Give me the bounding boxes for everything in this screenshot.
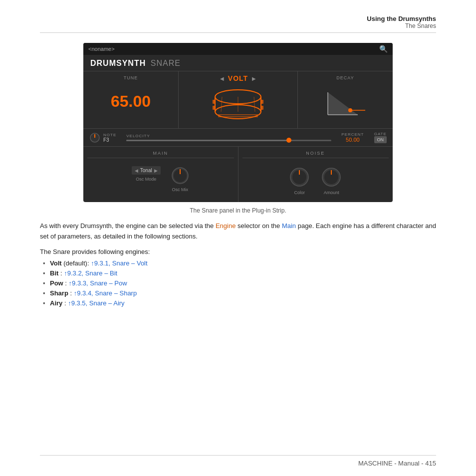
volt-prev-arrow[interactable]: ◀	[220, 76, 224, 81]
panel-bottom-row: NOTE F3 VELOCITY PERCENT 50.00 GATE ON	[83, 129, 393, 147]
engine-link-airy[interactable]: ↑9.3.5, Snare – Airy	[68, 299, 124, 307]
svg-rect-9	[260, 106, 263, 110]
amount-label: Amount	[324, 190, 339, 195]
note-labels: NOTE F3	[103, 133, 116, 143]
svg-line-10	[221, 97, 222, 112]
main-knob-row: ◀ Tonal ▶ Osc Mode Osc Mix	[87, 163, 234, 195]
list-item: Volt (default): ↑9.3.1, Snare – Volt	[50, 259, 436, 267]
svg-rect-7	[213, 106, 216, 110]
volt-header: ◀ VOLT ▶	[220, 71, 256, 83]
gate-button[interactable]: ON	[374, 136, 387, 143]
main-label: MAIN	[87, 151, 234, 158]
osc-mode-next[interactable]: ▶	[154, 168, 158, 173]
main-section: MAIN ◀ Tonal ▶ Osc Mode	[83, 147, 238, 202]
body-paragraph: As with every Drumsynth, the engine can …	[40, 221, 436, 242]
osc-mix-knob[interactable]	[171, 166, 190, 185]
engine-name-sharp: Sharp	[50, 289, 68, 297]
noise-knob-row: Color Amount	[242, 163, 389, 198]
main-link[interactable]: Main	[282, 222, 296, 230]
osc-mode-value: Tonal	[140, 168, 152, 173]
volt-label: VOLT	[228, 74, 248, 82]
panel-title-light: SNARE	[151, 59, 181, 67]
engine-name-bit: Bit	[50, 269, 58, 277]
engine-name-pow: Pow	[50, 279, 63, 287]
volt-section: ◀ VOLT ▶	[179, 71, 298, 128]
list-item: Airy : ↑9.3.5, Snare – Airy	[50, 299, 436, 307]
panel-noname-label: <noname>	[88, 46, 115, 52]
list-item: Bit : ↑9.3.2, Snare – Bit	[50, 269, 436, 277]
engine-list: Volt (default): ↑9.3.1, Snare – Volt Bit…	[40, 259, 436, 307]
engine-link-sharp[interactable]: ↑9.3.4, Snare – Sharp	[74, 289, 137, 297]
engine-link-volt[interactable]: ↑9.3.1, Snare – Volt	[91, 259, 147, 267]
velocity-section: VELOCITY	[126, 134, 331, 141]
decay-label: DECAY	[336, 75, 354, 80]
svg-line-12	[254, 97, 255, 112]
engines-intro: The Snare provides following engines:	[40, 248, 436, 255]
engine-suffix-volt: (default):	[63, 259, 91, 267]
osc-mix-item: Osc Mix	[171, 166, 190, 192]
tune-value: 65.00	[88, 82, 173, 121]
percent-value: 50.00	[346, 137, 360, 143]
list-item: Pow : ↑9.3.3, Snare – Pow	[50, 279, 436, 287]
engine-suffix-pow: :	[65, 279, 68, 287]
velocity-slider[interactable]	[126, 140, 331, 141]
note-value: F3	[103, 137, 116, 143]
amount-knob[interactable]	[320, 166, 342, 188]
color-knob[interactable]	[288, 166, 310, 188]
note-knob-wrap: NOTE F3	[89, 132, 116, 143]
header-title: Using the Drumsynths	[40, 15, 436, 22]
engine-link-pow[interactable]: ↑9.3.3, Snare – Pow	[69, 279, 127, 287]
volt-next-arrow[interactable]: ▶	[252, 76, 256, 81]
panel-title-bold: DRUMSYNTH	[90, 59, 146, 67]
velocity-label: VELOCITY	[126, 134, 331, 138]
noise-section: NOISE Color	[238, 147, 393, 202]
search-icon[interactable]: 🔍	[379, 45, 388, 53]
header-subtitle: The Snares	[40, 22, 436, 29]
list-item: Sharp : ↑9.3.4, Snare – Sharp	[50, 289, 436, 297]
osc-mode-label: Osc Mode	[136, 177, 156, 182]
tune-section: TUNE 65.00	[83, 71, 179, 128]
footer-text: MASCHINE - Manual - 415	[358, 460, 436, 467]
svg-marker-13	[328, 92, 358, 115]
gate-label: GATE	[374, 132, 387, 136]
page-footer: MASCHINE - Manual - 415	[40, 455, 436, 467]
osc-mode-selector[interactable]: ◀ Tonal ▶	[132, 166, 161, 175]
amount-item: Amount	[320, 166, 342, 195]
velocity-thumb	[286, 138, 291, 143]
drumsynth-panel: <noname> 🔍 DRUMSYNTH SNARE TUNE 65.00 ◀ …	[83, 43, 393, 202]
panel-title-row: DRUMSYNTH SNARE	[83, 55, 393, 71]
percent-label: PERCENT	[341, 132, 364, 137]
page-header: Using the Drumsynths The Snares	[40, 15, 436, 33]
decay-section: DECAY	[298, 71, 393, 128]
panel-topbar: <noname> 🔍	[83, 43, 393, 55]
panel-lower: MAIN ◀ Tonal ▶ Osc Mode	[83, 147, 393, 202]
color-item: Color	[288, 166, 310, 195]
osc-mix-label: Osc Mix	[172, 187, 188, 192]
note-label: NOTE	[103, 133, 116, 137]
engine-link-bit[interactable]: ↑9.3.2, Snare – Bit	[64, 269, 117, 277]
note-knob[interactable]	[89, 132, 100, 143]
panel-controls-row: TUNE 65.00 ◀ VOLT ▶	[83, 71, 393, 129]
noise-label: NOISE	[242, 151, 389, 158]
svg-rect-8	[260, 100, 263, 104]
tune-label: TUNE	[88, 75, 173, 80]
svg-rect-6	[213, 100, 216, 104]
velocity-fill	[126, 140, 290, 141]
decay-envelope	[323, 87, 368, 122]
percent-section: PERCENT 50.00	[341, 132, 364, 143]
engine-link[interactable]: Engine	[216, 222, 236, 230]
panel-caption: The Snare panel in the Plug-in Strip.	[40, 207, 436, 214]
osc-mode-prev[interactable]: ◀	[135, 168, 138, 173]
color-label: Color	[294, 190, 305, 195]
gate-section: GATE ON	[374, 132, 387, 143]
engine-name-airy: Airy	[50, 299, 62, 307]
engine-name-volt: Volt	[50, 259, 62, 267]
osc-mode-item: ◀ Tonal ▶ Osc Mode	[132, 166, 161, 182]
engine-suffix-sharp: :	[70, 289, 73, 297]
drum-image	[206, 83, 270, 128]
